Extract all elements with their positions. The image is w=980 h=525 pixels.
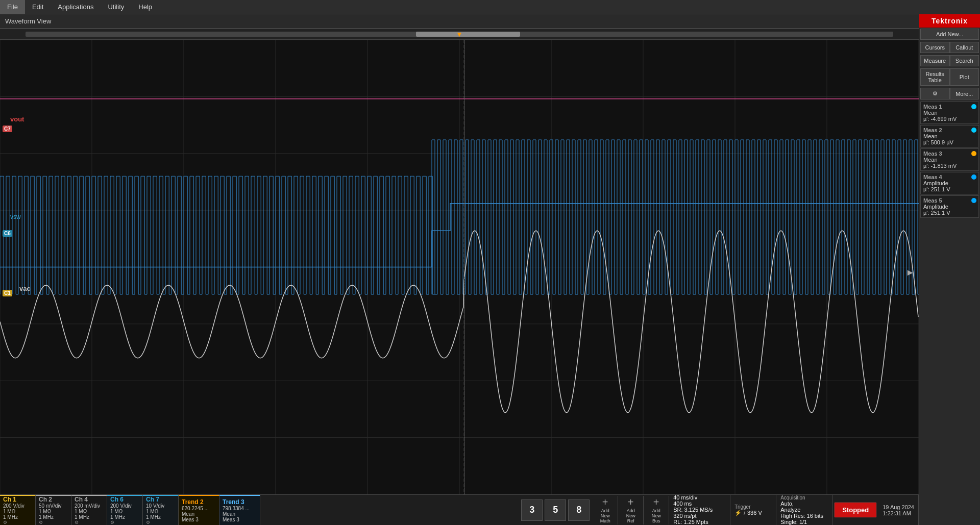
measurements-list: Meas 1 Mean µ': -4.699 mV Meas 2 Mean µ'… bbox=[919, 101, 980, 219]
right-panel: Tektronix Add New... Cursors Callout Mea… bbox=[919, 14, 980, 525]
acquisition-title: Acquisition bbox=[780, 495, 828, 501]
meas-type-2: Mean bbox=[923, 133, 976, 139]
ch7-imp: 1 MΩ bbox=[146, 509, 175, 514]
menu-help[interactable]: Help bbox=[131, 0, 159, 14]
results-table-button[interactable]: Results Table bbox=[920, 68, 950, 86]
ch7-id: Ch 7 bbox=[146, 496, 175, 503]
menu-applications[interactable]: Applications bbox=[51, 0, 101, 14]
ch6-scale: 200 V/div bbox=[110, 503, 139, 509]
waveform-canvas bbox=[0, 40, 919, 494]
waveform-area: Waveform View ▼ vout vac vsw C7 C6 C1 ► bbox=[0, 14, 919, 525]
ch1-info[interactable]: Ch 1 200 V/div 1 MΩ 1 MHz ⚙ bbox=[0, 495, 36, 525]
ch2-id: Ch 2 bbox=[39, 496, 68, 503]
waveform-view-title: Waveform View bbox=[5, 17, 51, 25]
tektronix-logo: Tektronix bbox=[919, 14, 980, 28]
waveform-title-bar: Waveform View bbox=[0, 14, 919, 29]
add-math-label: AddNewMath bbox=[600, 508, 610, 523]
ch7-scale: 10 V/div bbox=[146, 503, 175, 509]
menu-edit[interactable]: Edit bbox=[25, 0, 51, 14]
datetime-display: 19 Aug 2024 1:22:31 AM bbox=[878, 495, 919, 525]
c1-badge[interactable]: C1 bbox=[3, 290, 12, 296]
datetime-text: 19 Aug 2024 1:22:31 AM bbox=[883, 504, 914, 516]
num-btn-8[interactable]: 8 bbox=[568, 499, 590, 521]
meas-value-1: µ': -4.699 mV bbox=[923, 116, 976, 122]
ch1-id: Ch 1 bbox=[3, 496, 32, 503]
trend2-sub2: Meas 3 bbox=[182, 517, 216, 522]
meas-value-2: µ': 500.9 µV bbox=[923, 139, 976, 145]
ch4-info[interactable]: Ch 4 200 mV/div 1 MΩ 1 MHz ⚙ bbox=[71, 495, 107, 525]
timeline-thumb[interactable] bbox=[416, 32, 520, 37]
meas-dot-4 bbox=[971, 174, 976, 180]
trigger-indicator: ⚡ bbox=[734, 510, 742, 516]
add-new-button[interactable]: Add New... bbox=[920, 29, 979, 40]
c7-badge[interactable]: C7 bbox=[3, 126, 12, 132]
add-ref-btn[interactable]: + AddNewRef bbox=[618, 496, 644, 524]
more-button[interactable]: More... bbox=[950, 88, 979, 99]
gear-button[interactable]: ⚙ bbox=[920, 88, 950, 99]
add-math-btn[interactable]: + AddNewMath bbox=[593, 496, 618, 524]
meas-card-3[interactable]: Meas 3 Mean µ': -1.813 mV bbox=[920, 148, 979, 171]
vsw-label: vsw bbox=[10, 213, 21, 220]
ch1-scale: 200 V/div bbox=[3, 503, 32, 509]
meas-title-5: Meas 5 bbox=[923, 197, 976, 204]
ch4-id: Ch 4 bbox=[75, 496, 104, 503]
cursors-button[interactable]: Cursors bbox=[920, 42, 950, 53]
trend2-id: Trend 2 bbox=[182, 498, 216, 506]
vout-label: vout bbox=[10, 115, 24, 123]
horizontal-rl: RL: 1.25 Mpts bbox=[673, 519, 726, 525]
trend3-sub2: Meas 3 bbox=[223, 517, 257, 522]
acquisition-info[interactable]: Acquisition Auto, Analyze High Res: 16 b… bbox=[776, 495, 832, 525]
trigger-marker: ▼ bbox=[456, 29, 463, 40]
add-bus-btn[interactable]: + AddNewBus bbox=[644, 496, 669, 524]
meas-type-1: Mean bbox=[923, 110, 976, 116]
add-ref-label: AddNewRef bbox=[626, 508, 635, 523]
trend2-info[interactable]: Trend 2 620.2245 ... Mean Meas 3 bbox=[179, 495, 219, 525]
acquisition-res: High Res: 16 bits bbox=[780, 513, 828, 519]
vac-label: vac bbox=[19, 285, 31, 292]
ch1-imp: 1 MΩ bbox=[3, 509, 32, 514]
measure-search-row: Measure Search bbox=[920, 55, 979, 66]
acquisition-analyze: Analyze bbox=[780, 507, 828, 513]
trend3-scale: 798.3384 ... bbox=[223, 506, 257, 511]
trigger-row: ⚡ / 336 V bbox=[734, 510, 772, 516]
horizontal-info[interactable]: Horizontal 40 ms/div 400 ms SR: 3.125 MS… bbox=[669, 495, 730, 525]
c6-badge[interactable]: C6 bbox=[3, 230, 12, 237]
measure-button[interactable]: Measure bbox=[920, 55, 950, 66]
meas-card-1[interactable]: Meas 1 Mean µ': -4.699 mV bbox=[920, 102, 979, 124]
meas-card-5[interactable]: Meas 5 Amplitude µ': 251.1 V bbox=[920, 195, 979, 218]
tektronix-name: Tektronix bbox=[932, 17, 968, 25]
trend2-scale: 620.2245 ... bbox=[182, 506, 216, 511]
meas-card-2[interactable]: Meas 2 Mean µ': 500.9 µV bbox=[920, 125, 979, 147]
ch7-info[interactable]: Ch 7 10 V/div 1 MΩ 1 MHz ⚙ bbox=[143, 495, 179, 525]
ch2-bw: 1 MHz bbox=[39, 514, 68, 520]
trend3-info[interactable]: Trend 3 798.3384 ... Mean Meas 3 bbox=[219, 495, 260, 525]
callout-button[interactable]: Callout bbox=[950, 42, 979, 53]
num-btn-5[interactable]: 5 bbox=[545, 499, 566, 521]
add-math-plus: + bbox=[602, 497, 608, 507]
ch4-scale: 200 mV/div bbox=[75, 503, 104, 509]
scroll-right-arrow[interactable]: ► bbox=[905, 267, 915, 278]
ch2-info[interactable]: Ch 2 50 mV/div 1 MΩ 1 MHz ⚙ bbox=[36, 495, 71, 525]
ch4-icon: ⚙ bbox=[75, 520, 104, 525]
trigger-info[interactable]: Trigger ⚡ / 336 V bbox=[730, 495, 776, 525]
plot-button[interactable]: Plot bbox=[950, 68, 979, 86]
ch1-bw: 1 MHz bbox=[3, 514, 32, 520]
bottom-spacer bbox=[260, 495, 518, 525]
horizontal-pts: 320 ns/pt bbox=[673, 513, 726, 519]
horizontal-scale: 40 ms/div bbox=[673, 494, 726, 501]
stopped-button[interactable]: Stopped bbox=[835, 503, 876, 517]
num-btn-3[interactable]: 3 bbox=[521, 499, 543, 521]
menu-utility[interactable]: Utility bbox=[101, 0, 131, 14]
meas-card-4[interactable]: Meas 4 Amplitude µ': 251.1 V bbox=[920, 172, 979, 194]
waveform-canvas-area[interactable]: vout vac vsw C7 C6 C1 ► bbox=[0, 40, 919, 494]
menu-file[interactable]: File bbox=[0, 0, 25, 14]
meas-dot-3 bbox=[971, 151, 976, 156]
ch6-info[interactable]: Ch 6 200 V/div 1 MΩ 1 MHz ⚙ bbox=[107, 495, 143, 525]
ch6-bw: 1 MHz bbox=[110, 514, 139, 520]
search-button[interactable]: Search bbox=[950, 55, 979, 66]
acquisition-type: Single: 1/1 bbox=[780, 519, 828, 525]
horizontal-position: 400 ms bbox=[673, 501, 726, 507]
timeline-bar[interactable]: ▼ bbox=[0, 29, 919, 40]
meas-title-4: Meas 4 bbox=[923, 174, 976, 180]
add-buttons-group: + AddNewMath + AddNewRef + AddNewBus bbox=[593, 495, 669, 525]
